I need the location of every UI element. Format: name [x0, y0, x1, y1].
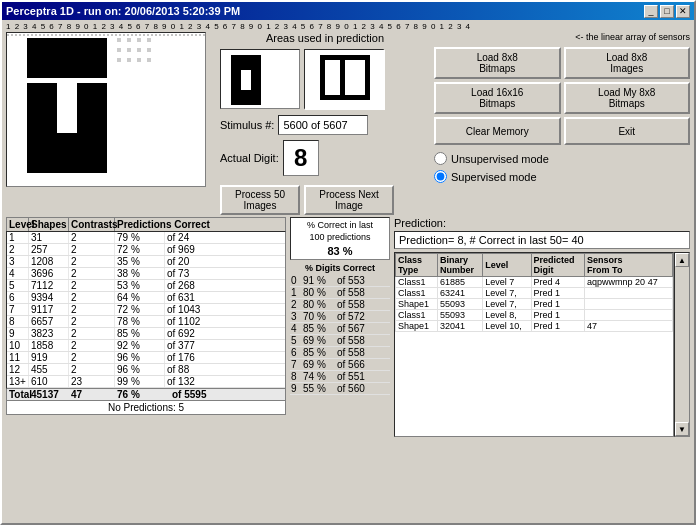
- td-level: 7: [7, 304, 29, 315]
- table-header: Level Shapes Contrasts Predictions Corre…: [6, 217, 286, 231]
- table-row: 9 3823 2 85 % of 692: [7, 328, 285, 340]
- maximize-button[interactable]: □: [660, 5, 674, 18]
- pred-sensors: [585, 310, 673, 321]
- pred-binary: 32041: [437, 321, 482, 332]
- td-contrasts: 2: [69, 352, 115, 363]
- svg-rect-21: [251, 70, 261, 90]
- bottom-section: Level Shapes Contrasts Predictions Corre…: [6, 217, 690, 437]
- actual-digit-row: Actual Digit: 8: [220, 140, 430, 176]
- td-pct: 38 %: [115, 268, 165, 279]
- supervised-row: Supervised mode: [434, 170, 690, 183]
- td-of: of 24: [165, 232, 225, 243]
- total-label: Total: [7, 389, 29, 400]
- digit-of: of 566: [336, 359, 386, 370]
- total-contrasts: 47: [69, 389, 115, 400]
- pred-predicted: Pred 1: [531, 310, 585, 321]
- exit-button[interactable]: Exit: [564, 117, 691, 145]
- digit-pct: 74 %: [302, 371, 336, 382]
- td-level: 2: [7, 244, 29, 255]
- svg-rect-4: [27, 133, 107, 173]
- td-contrasts: 2: [69, 256, 115, 267]
- digit-row: 9 55 % of 560: [290, 383, 390, 395]
- svg-rect-20: [231, 70, 241, 90]
- digit-pct: 80 %: [302, 299, 336, 310]
- td-shapes: 257: [29, 244, 69, 255]
- digit-row: 1 80 % of 558: [290, 287, 390, 299]
- digit-label: 9: [290, 383, 302, 394]
- pred-th-predicted: PredictedDigit: [531, 254, 585, 277]
- svg-rect-2: [27, 83, 57, 133]
- prediction-table-container[interactable]: ClassType BinaryNumber Level PredictedDi…: [394, 252, 674, 437]
- close-button[interactable]: ✕: [676, 5, 690, 18]
- scroll-down-button[interactable]: ▼: [675, 422, 689, 436]
- table-row: 6 9394 2 64 % of 631: [7, 292, 285, 304]
- scroll-up-button[interactable]: ▲: [675, 253, 689, 267]
- middle-panel: Areas used in prediction: [220, 32, 430, 215]
- title-bar: Perceptra 1D - run on: 20/06/2013 5:20:3…: [2, 2, 694, 20]
- td-shapes: 1208: [29, 256, 69, 267]
- process-50-button[interactable]: Process 50Images: [220, 185, 300, 215]
- svg-rect-7: [137, 38, 141, 42]
- ruler: 1 2 3 4 5 6 7 8 9 0 1 2 3 4 5 6 7 8 9 0 …: [6, 22, 690, 32]
- td-level: 4: [7, 268, 29, 279]
- td-pct: 79 %: [115, 232, 165, 243]
- stimulus-label: Stimulus #:: [220, 119, 274, 131]
- pred-th-sensors: SensorsFrom To: [585, 254, 673, 277]
- td-contrasts: 23: [69, 376, 115, 387]
- td-level: 5: [7, 280, 29, 291]
- digit-row: 3 70 % of 572: [290, 311, 390, 323]
- td-of: of 20: [165, 256, 225, 267]
- pred-binary: 63241: [437, 288, 482, 299]
- table-row: 7 9117 2 72 % of 1043: [7, 304, 285, 316]
- td-shapes: 919: [29, 352, 69, 363]
- td-contrasts: 2: [69, 364, 115, 375]
- prediction-table: ClassType BinaryNumber Level PredictedDi…: [395, 253, 673, 332]
- svg-rect-6: [127, 38, 131, 42]
- digit-label: 8: [290, 371, 302, 382]
- process-next-button[interactable]: Process NextImage: [304, 185, 394, 215]
- digit-row: 4 85 % of 567: [290, 323, 390, 335]
- load-8x8-bitmaps-button[interactable]: Load 8x8 Bitmaps: [434, 47, 561, 79]
- unsupervised-row: Unsupervised mode: [434, 152, 690, 165]
- pred-predicted: Pred 1: [531, 299, 585, 310]
- td-shapes: 1858: [29, 340, 69, 351]
- clear-memory-button[interactable]: Clear Memory: [434, 117, 561, 145]
- minimize-button[interactable]: _: [644, 5, 658, 18]
- digit-pct: 55 %: [302, 383, 336, 394]
- digit-label: 0: [290, 275, 302, 286]
- td-level: 6: [7, 292, 29, 303]
- left-panel: [6, 32, 216, 215]
- td-of: of 73: [165, 268, 225, 279]
- pred-scrollbar[interactable]: ▲ ▼: [674, 252, 690, 437]
- td-level: 1: [7, 232, 29, 243]
- digit-label: 1: [290, 287, 302, 298]
- digit-row: 0 91 % of 553: [290, 275, 390, 287]
- digit-of: of 560: [336, 383, 386, 394]
- digit-of: of 551: [336, 371, 386, 382]
- data-table: 1 31 2 79 % of 24 2 257 2 72 % of 969 3 …: [6, 231, 286, 389]
- stimulus-value: 5600 of 5607: [278, 115, 368, 135]
- td-level: 9: [7, 328, 29, 339]
- unsupervised-radio[interactable]: [434, 152, 447, 165]
- digit-label: 4: [290, 323, 302, 334]
- stimulus-row: Stimulus #: 5600 of 5607: [220, 115, 430, 135]
- svg-rect-22: [231, 90, 261, 105]
- total-of: of 5595: [170, 389, 225, 400]
- prediction-table-wrapper: ClassType BinaryNumber Level PredictedDi…: [394, 252, 690, 437]
- load-16x16-button[interactable]: Load 16x16 Bitmaps: [434, 82, 561, 114]
- td-contrasts: 2: [69, 292, 115, 303]
- actual-digit-value: 8: [283, 140, 319, 176]
- th-shapes: Shapes: [29, 218, 69, 231]
- pred-level: Level 10,: [483, 321, 531, 332]
- svg-rect-10: [127, 48, 131, 52]
- load-my-8x8-button[interactable]: Load My 8x8 Bitmaps: [564, 82, 691, 114]
- content-area: 1 2 3 4 5 6 7 8 9 0 1 2 3 4 5 6 7 8 9 0 …: [2, 20, 694, 439]
- table-row: 13+ 610 23 99 % of 132: [7, 376, 285, 388]
- td-shapes: 3696: [29, 268, 69, 279]
- td-pct: 64 %: [115, 292, 165, 303]
- td-level: 3: [7, 256, 29, 267]
- supervised-radio[interactable]: [434, 170, 447, 183]
- pred-level: Level 8,: [483, 310, 531, 321]
- pct-correct-value: 83 %: [293, 245, 387, 257]
- load-8x8-images-button[interactable]: Load 8x8 Images: [564, 47, 691, 79]
